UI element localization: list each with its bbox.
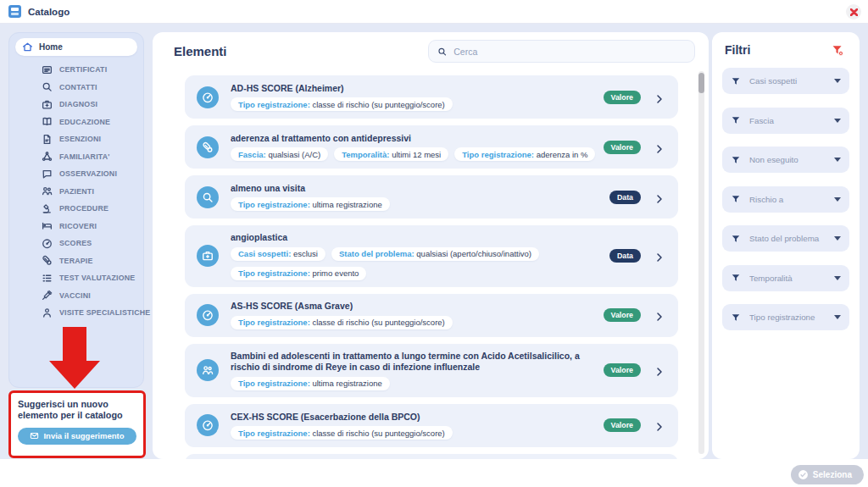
familiarity-icon — [42, 151, 53, 162]
sidebar-item-label: SCORES — [59, 239, 92, 247]
sidebar-item-label: FAMILIARITA' — [59, 152, 110, 161]
filter-label: Temporalità — [749, 274, 831, 283]
patients-icon — [42, 185, 53, 196]
element-title: CEX-HS SCORE (Esacerbazione della BPCO) — [231, 412, 453, 423]
sidebar-item-certificati[interactable]: CERTIFICATI — [9, 61, 143, 79]
sidebar-item-osservazioni[interactable]: OSSERVAZIONI — [9, 165, 143, 183]
chevron-down-icon — [834, 236, 841, 241]
sidebar-item-label: DIAGNOSI — [59, 100, 97, 108]
gauge-icon — [197, 414, 219, 436]
sidebar-item-diagnosi[interactable]: DIAGNOSI — [9, 96, 143, 113]
sidebar-item-contatti[interactable]: CONTATTI — [9, 79, 143, 97]
envelope-icon — [30, 431, 39, 440]
sidebar-item-esenzioni[interactable]: ESENZIONI — [9, 130, 143, 148]
element-card[interactable]: CEX-HS SCORE (Esacerbazione della BPCO)T… — [185, 404, 678, 447]
search-box[interactable] — [428, 40, 695, 63]
procedures-icon — [42, 203, 53, 214]
type-badge: Valore — [604, 308, 641, 322]
element-tag: Temporalità: ultimi 12 mesi — [334, 147, 448, 161]
diagnosis-icon — [197, 245, 219, 267]
sidebar-item-scores[interactable]: SCORES — [9, 235, 143, 252]
sidebar-item-label: TERAPIE — [59, 257, 93, 265]
gauge-icon — [197, 86, 219, 108]
sidebar-item-procedure[interactable]: PROCEDURE — [9, 200, 143, 218]
filters-panel: Filtri Casi sospettiFasciaNon eseguitoRi… — [712, 32, 860, 459]
element-tag-row: Tipo registrazione: ultima registrazione — [231, 197, 390, 211]
filter-rischio-a[interactable]: Rischio a — [722, 186, 849, 213]
tag-value: qualsiasi (aperto/chiuso/inattivo) — [416, 249, 531, 258]
chevron-down-icon — [834, 119, 841, 123]
funnel-clear-icon[interactable] — [832, 44, 844, 57]
sidebar-item-ricoveri[interactable]: RICOVERI — [9, 218, 143, 235]
select-button[interactable]: Seleziona — [791, 465, 864, 484]
filter-casi-sospetti[interactable]: Casi sospetti — [722, 68, 849, 94]
search-icon — [437, 47, 447, 57]
chevron-right-icon[interactable] — [654, 192, 665, 202]
filter-label: Tipo registrazione — [749, 313, 831, 322]
chevron-right-icon[interactable] — [654, 251, 665, 261]
sidebar-item-vaccini[interactable]: VACCINI — [9, 287, 143, 305]
element-card[interactable]: Bambini ed adolescenti in trattamento a … — [185, 344, 678, 397]
send-suggestion-button[interactable]: Invia il suggerimento — [18, 428, 136, 445]
chevron-down-icon — [834, 197, 841, 202]
chevron-right-icon[interactable] — [654, 92, 665, 102]
filter-fascia[interactable]: Fascia — [722, 108, 849, 134]
sidebar-item-label: CERTIFICATI — [59, 65, 107, 74]
tag-label: Fascia: — [238, 150, 268, 159]
filter-tipo-registrazione[interactable]: Tipo registrazione — [722, 304, 849, 330]
filter-temporalit-[interactable]: Temporalità — [722, 265, 849, 291]
type-badge: Valore — [604, 418, 641, 432]
syringe-icon — [42, 290, 53, 301]
filter-label: Rischio a — [749, 195, 831, 204]
element-tag: Tipo registrazione: ultima registrazione — [231, 377, 390, 390]
sidebar-item-label: EDUCAZIONE — [59, 118, 110, 126]
sidebar-category-list: CERTIFICATICONTATTIDIAGNOSIEDUCAZIONEESE… — [9, 61, 143, 322]
sidebar-item-visite-specialistiche[interactable]: VISITE SPECIALISTICHE — [9, 304, 143, 322]
sidebar-item-familiarita-[interactable]: FAMILIARITA' — [9, 148, 143, 166]
element-tag-row: Tipo registrazione: classe di rischio (s… — [231, 97, 453, 111]
element-card[interactable]: aderenza al trattamento con antidepressi… — [185, 125, 678, 169]
elements-panel: Elementi AD-HS SCORE (Alzheimer)Tipo reg… — [153, 32, 709, 459]
element-card-body: almeno una visitaTipo registrazione: ult… — [231, 183, 390, 212]
element-tag: Tipo registrazione: aderenza in % — [454, 147, 595, 161]
scrollbar-thumb[interactable] — [698, 73, 704, 93]
sidebar-item-educazione[interactable]: EDUCAZIONE — [9, 113, 143, 131]
element-card[interactable]: almeno una visitaTipo registrazione: ult… — [185, 175, 678, 219]
sidebar-item-label: TEST VALUTAZIONE — [59, 274, 135, 282]
sidebar-item-label: OSSERVAZIONI — [59, 169, 117, 178]
sidebar-item-home[interactable]: Home — [15, 38, 137, 56]
element-tag: Tipo registrazione: classe di rischio (s… — [231, 426, 453, 440]
catalog-window: Catalogo Home CERTIFICATICONTATTIDIAGNOS… — [0, 0, 868, 487]
element-card[interactable]: AD-HS SCORE (Alzheimer)Tipo registrazion… — [185, 75, 678, 119]
element-title: AS-HS SCORE (Asma Grave) — [231, 301, 453, 313]
funnel-icon — [731, 155, 741, 165]
patients-icon — [197, 359, 219, 381]
tag-label: Temporalità: — [342, 150, 392, 159]
sidebar-item-test-valutazione[interactable]: TEST VALUTAZIONE — [9, 269, 143, 287]
element-card[interactable]: angioplasticaCasi sospetti: esclusiStato… — [185, 225, 678, 287]
tag-label: Tipo registrazione: — [238, 268, 312, 278]
sidebar-item-label: CONTATTI — [59, 83, 97, 91]
chevron-right-icon[interactable] — [654, 310, 665, 320]
chevron-right-icon[interactable] — [654, 420, 665, 430]
funnel-icon — [731, 234, 741, 244]
close-button[interactable] — [846, 4, 861, 19]
close-icon — [850, 8, 858, 16]
element-card-body: angioplasticaCasi sospetti: esclusiStato… — [231, 232, 600, 280]
annotation-arrow-down — [63, 327, 86, 361]
funnel-icon — [731, 76, 741, 86]
sidebar-item-pazienti[interactable]: PAZIENTI — [9, 183, 143, 201]
filter-stato-del-problema[interactable]: Stato del problema — [722, 225, 849, 252]
person-icon — [42, 307, 53, 318]
sidebar-item-label: VISITE SPECIALISTICHE — [59, 308, 150, 317]
chevron-right-icon[interactable] — [654, 365, 665, 375]
element-tag: Tipo registrazione: ultima registrazione — [231, 197, 390, 211]
vertical-scrollbar[interactable] — [698, 71, 704, 454]
filter-label: Casi sospetti — [749, 76, 831, 86]
sidebar-item-terapie[interactable]: TERAPIE — [9, 252, 143, 270]
filter-non-eseguito[interactable]: Non eseguito — [722, 147, 849, 173]
element-card[interactable]: AS-HS SCORE (Asma Grave)Tipo registrazio… — [185, 294, 678, 337]
chevron-right-icon[interactable] — [654, 142, 665, 152]
search-input[interactable] — [453, 47, 686, 57]
funnel-icon — [731, 115, 741, 125]
